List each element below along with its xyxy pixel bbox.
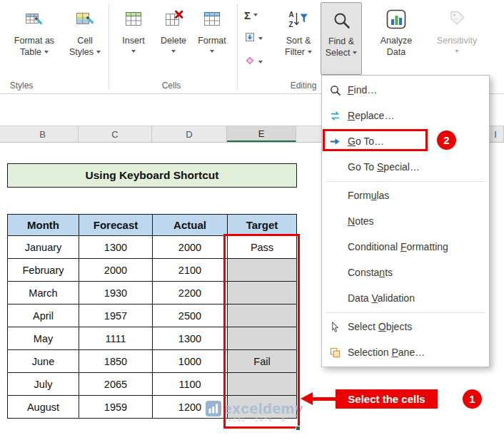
step-1-badge: 1 bbox=[463, 389, 482, 409]
chevron-down-icon bbox=[353, 51, 357, 54]
table-cell[interactable]: August bbox=[8, 396, 79, 419]
table-cell[interactable]: 2000 bbox=[153, 236, 228, 259]
table-cell[interactable]: 1930 bbox=[79, 282, 153, 305]
format-cells-icon bbox=[201, 5, 223, 34]
format-cells-button[interactable]: Format bbox=[193, 2, 231, 75]
table-header-row: MonthForecastActualTarget bbox=[8, 215, 297, 236]
analyze-data-button[interactable]: Analyze Data bbox=[372, 2, 420, 75]
menu-item-find[interactable]: Find… bbox=[322, 77, 489, 103]
menu-item-notes[interactable]: Notes bbox=[322, 208, 489, 234]
select-cells-callout: Select the cells bbox=[336, 389, 438, 409]
column-header-d[interactable]: D bbox=[152, 126, 227, 142]
chevron-down-icon bbox=[258, 61, 263, 63]
menu-item-label: Replace… bbox=[348, 110, 394, 121]
cell-styles-button[interactable]: Cell Styles bbox=[63, 2, 107, 75]
goto-highlight-box bbox=[323, 129, 428, 151]
menu-item-label: Go To Special… bbox=[348, 161, 420, 173]
group-divider bbox=[237, 4, 238, 90]
group-label-cells: Cells bbox=[132, 81, 211, 91]
table-cell[interactable]: January bbox=[8, 236, 79, 259]
menu-item-selection-pane[interactable]: Selection Pane… bbox=[322, 339, 489, 365]
menu-item-label: Notes bbox=[348, 215, 374, 227]
button-label: Format bbox=[198, 35, 226, 46]
menu-item-label: Selection Pane… bbox=[348, 347, 425, 358]
format-as-table-button[interactable]: Format as Table bbox=[9, 2, 60, 75]
svg-text:Z: Z bbox=[289, 21, 293, 29]
autosum-icon: Σ bbox=[244, 9, 251, 21]
fill-button[interactable] bbox=[243, 29, 271, 48]
menu-item-label: Select Objects bbox=[348, 321, 412, 332]
sensitivity-button[interactable]: Sensitivity bbox=[434, 2, 480, 75]
find-select-button[interactable]: Find & Select bbox=[321, 2, 362, 75]
table-cell[interactable]: May bbox=[8, 327, 79, 350]
table-cell[interactable]: 2200 bbox=[153, 282, 228, 305]
delete-cells-button[interactable]: Delete bbox=[155, 2, 192, 75]
autosum-button[interactable]: Σ bbox=[243, 6, 271, 24]
menu-item-label: Find… bbox=[348, 84, 377, 96]
analyze-data-icon bbox=[384, 5, 408, 34]
table-cell[interactable]: 1100 bbox=[153, 373, 228, 396]
table-header-cell[interactable]: Target bbox=[228, 215, 297, 236]
menu-item-go-to-special[interactable]: Go To Special… bbox=[322, 154, 489, 180]
table-cell[interactable]: 1300 bbox=[153, 327, 228, 350]
table-cell[interactable]: July bbox=[8, 373, 79, 396]
menu-item-replace[interactable]: Replace… bbox=[322, 103, 489, 128]
menu-item-conditional-formatting[interactable]: Conditional Formatting bbox=[322, 234, 489, 260]
fill-icon bbox=[244, 31, 256, 46]
format-as-table-icon bbox=[24, 5, 45, 34]
menu-separator bbox=[326, 181, 485, 182]
menu-item-constants[interactable]: Constants bbox=[322, 260, 489, 285]
menu-item-select-objects[interactable]: Select Objects bbox=[322, 314, 489, 339]
chevron-down-icon bbox=[44, 51, 49, 53]
table-cell[interactable]: 2500 bbox=[153, 305, 228, 327]
cell-styles-icon bbox=[74, 5, 96, 34]
table-cell[interactable]: 1111 bbox=[79, 327, 153, 350]
table-cell[interactable]: 2100 bbox=[153, 259, 228, 282]
table-cell[interactable]: 1959 bbox=[79, 396, 153, 419]
table-header-cell[interactable]: Month bbox=[8, 215, 79, 236]
table-cell[interactable]: 1300 bbox=[79, 236, 153, 259]
table-header-cell[interactable]: Forecast bbox=[79, 215, 153, 236]
title-cell[interactable]: Using Keyboard Shortcut bbox=[7, 163, 297, 188]
svg-text:A: A bbox=[289, 11, 294, 19]
table-cell[interactable]: 2065 bbox=[79, 373, 153, 396]
clear-button[interactable] bbox=[243, 53, 271, 71]
sort-filter-button[interactable]: A Z Sort & Filter bbox=[278, 2, 318, 75]
menu-item-data-validation[interactable]: Data Validation bbox=[322, 285, 489, 311]
table-cell[interactable]: February bbox=[8, 259, 79, 282]
menu-item-formulas[interactable]: Formulas bbox=[322, 183, 489, 208]
table-cell[interactable]: 2000 bbox=[79, 259, 153, 282]
button-label: Select bbox=[326, 47, 351, 58]
column-header-c[interactable]: C bbox=[79, 126, 152, 142]
button-label: Data bbox=[387, 46, 405, 58]
table-cell[interactable]: April bbox=[8, 305, 79, 327]
table-cell[interactable]: March bbox=[8, 282, 79, 305]
group-divider bbox=[109, 4, 109, 90]
button-label: Table bbox=[20, 46, 41, 58]
table-cell[interactable]: 1957 bbox=[79, 305, 153, 327]
button-label: Find & bbox=[328, 36, 354, 47]
chevron-down-icon bbox=[253, 14, 258, 16]
menu-item-label: Formulas bbox=[348, 190, 389, 201]
chevron-down-icon bbox=[210, 50, 214, 53]
button-label: Styles bbox=[69, 46, 94, 58]
table-cell[interactable]: 1850 bbox=[79, 350, 153, 373]
button-label: Analyze bbox=[380, 35, 412, 46]
column-header-e[interactable]: E bbox=[227, 126, 296, 142]
insert-cells-button[interactable]: Insert bbox=[115, 2, 152, 75]
pane-icon bbox=[322, 347, 348, 359]
group-label-editing: Editing bbox=[284, 81, 323, 91]
chevron-down-icon bbox=[455, 50, 459, 53]
table-cell[interactable]: June bbox=[8, 350, 79, 373]
button-label: Cell bbox=[77, 35, 93, 46]
column-header-i[interactable]: I bbox=[488, 126, 504, 142]
chevron-down-icon bbox=[171, 50, 176, 53]
table-header-cell[interactable]: Actual bbox=[153, 215, 228, 236]
button-label: Delete bbox=[161, 35, 186, 46]
insert-cells-icon bbox=[123, 5, 144, 34]
menu-separator bbox=[326, 312, 485, 313]
cursor-icon bbox=[322, 321, 348, 333]
column-header-b[interactable]: B bbox=[7, 126, 79, 142]
fill-handle[interactable] bbox=[296, 426, 301, 431]
table-cell[interactable]: 1000 bbox=[153, 350, 228, 373]
